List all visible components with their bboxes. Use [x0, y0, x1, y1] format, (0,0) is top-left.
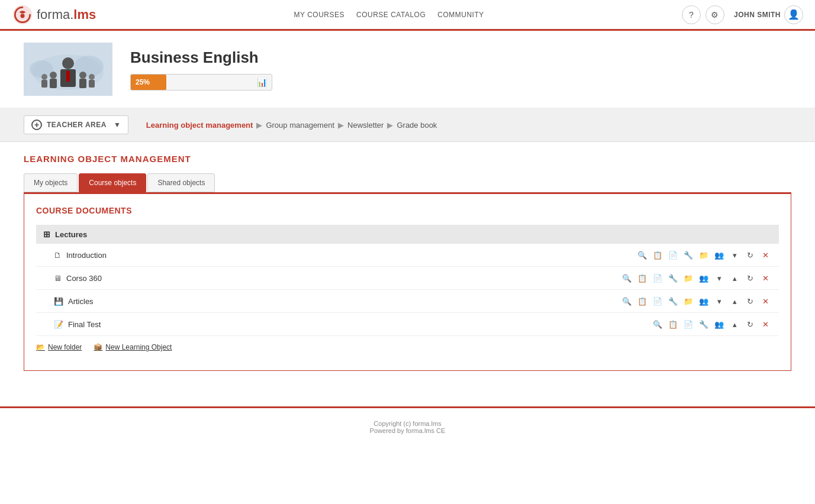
action-settings-3[interactable]: 🔧 — [666, 295, 679, 308]
svg-point-4 — [30, 60, 53, 78]
user-name: JOHN SMITH — [734, 11, 781, 19]
object-label-corso360: Corso 360 — [66, 274, 102, 283]
action-refresh-3[interactable]: ↻ — [743, 295, 756, 308]
tabs: My objects Course objects Shared objects — [24, 173, 791, 192]
action-users-3[interactable]: 👥 — [697, 295, 710, 308]
teacher-area-label: TEACHER AREA — [47, 121, 107, 129]
action-refresh-2[interactable]: ↻ — [743, 272, 756, 285]
progress-label: 25% — [136, 78, 150, 86]
action-settings-4[interactable]: 🔧 — [697, 318, 710, 331]
action-preview-4[interactable]: 🔍 — [651, 318, 664, 331]
action-page[interactable]: 📄 — [666, 248, 679, 261]
object-row-corso360: 🖥 Corso 360 🔍 📋 📄 🔧 📁 👥 ▾ ▴ ↻ ✕ — [36, 267, 779, 290]
action-export-3[interactable]: 📁 — [682, 295, 695, 308]
action-more-2[interactable]: ▾ — [713, 272, 726, 285]
action-export[interactable]: 📁 — [697, 248, 710, 261]
tab-my-objects[interactable]: My objects — [24, 173, 78, 192]
action-users-4[interactable]: 👥 — [713, 318, 726, 331]
tab-shared-objects[interactable]: Shared objects — [147, 173, 215, 192]
new-learning-object-label: New Learning Object — [105, 343, 172, 351]
folder-row[interactable]: ⊞ Lectures — [36, 225, 779, 244]
object-actions-corso360: 🔍 📋 📄 🔧 📁 👥 ▾ ▴ ↻ ✕ — [620, 272, 772, 285]
tab-course-objects[interactable]: Course objects — [79, 173, 146, 192]
object-name-introduction: 🗋 Introduction — [54, 251, 636, 260]
chevron-down-icon: ▼ — [114, 121, 121, 129]
nav-my-courses[interactable]: MY COURSES — [294, 11, 344, 19]
action-refresh-4[interactable]: ↻ — [743, 318, 756, 331]
breadcrumb: Learning object management ▶ Group manag… — [146, 121, 437, 130]
action-delete-2[interactable]: ✕ — [759, 272, 772, 285]
svg-rect-12 — [79, 79, 86, 88]
action-copy-4[interactable]: 📋 — [666, 318, 679, 331]
course-title: Business English — [130, 49, 272, 67]
action-users-2[interactable]: 👥 — [697, 272, 710, 285]
object-row-final-test: 📝 Final Test 🔍 📋 📄 🔧 👥 ▴ ↻ ✕ — [36, 313, 779, 335]
teacher-bar: + TEACHER AREA ▼ Learning object managem… — [0, 108, 815, 142]
object-name-final-test: 📝 Final Test — [54, 320, 651, 329]
action-more-3[interactable]: ▾ — [713, 295, 726, 308]
teacher-area-button[interactable]: + TEACHER AREA ▼ — [24, 115, 128, 134]
new-folder-icon: 📂 — [36, 343, 45, 351]
action-copy-2[interactable]: 📋 — [636, 272, 649, 285]
logo[interactable]: forma.lms — [12, 4, 96, 25]
action-more[interactable]: ▾ — [728, 248, 741, 261]
user-avatar[interactable]: 👤 — [784, 5, 803, 24]
breadcrumb-active-item[interactable]: Learning object management — [146, 121, 253, 130]
new-learning-object-link[interactable]: 📦 New Learning Object — [94, 343, 172, 351]
action-page-4[interactable]: 📄 — [682, 318, 695, 331]
action-users[interactable]: 👥 — [713, 248, 726, 261]
quiz-icon: 📝 — [54, 320, 63, 329]
action-preview-2[interactable]: 🔍 — [620, 272, 633, 285]
action-export-2[interactable]: 📁 — [682, 272, 695, 285]
action-settings-2[interactable]: 🔧 — [666, 272, 679, 285]
action-page-3[interactable]: 📄 — [651, 295, 664, 308]
action-preview-3[interactable]: 🔍 — [620, 295, 633, 308]
action-up-3[interactable]: ▴ — [728, 295, 741, 308]
object-name-articles: 💾 Articles — [54, 297, 620, 306]
action-delete-4[interactable]: ✕ — [759, 318, 772, 331]
progress-fill: 25% — [131, 75, 166, 90]
object-label-final-test: Final Test — [68, 320, 101, 329]
course-docs-title: COURSE DOCUMENTS — [36, 206, 779, 215]
breadcrumb-newsletter[interactable]: Newsletter — [347, 121, 384, 130]
object-row-introduction: 🗋 Introduction 🔍 📋 📄 🔧 📁 👥 ▾ ↻ ✕ — [36, 244, 779, 267]
action-page-2[interactable]: 📄 — [651, 272, 664, 285]
nav-community[interactable]: COMMUNITY — [437, 11, 484, 19]
action-preview[interactable]: 🔍 — [636, 248, 649, 261]
nav-course-catalog[interactable]: COURSE CATALOG — [356, 11, 426, 19]
chart-icon: 📊 — [257, 77, 267, 87]
new-folder-link[interactable]: 📂 New folder — [36, 343, 82, 351]
logo-icon — [12, 4, 33, 25]
header: forma.lms MY COURSES COURSE CATALOG COMM… — [0, 0, 815, 31]
page-footer: Copyright (c) forma.lms Powered by forma… — [0, 406, 815, 446]
action-refresh[interactable]: ↻ — [743, 248, 756, 261]
object-row-articles: 💾 Articles 🔍 📋 📄 🔧 📁 👥 ▾ ▴ ↻ ✕ — [36, 290, 779, 313]
action-copy-3[interactable]: 📋 — [636, 295, 649, 308]
new-folder-label: New folder — [48, 343, 82, 351]
save-icon: 💾 — [54, 297, 63, 306]
svg-point-6 — [62, 57, 74, 69]
help-icon[interactable]: ? — [682, 5, 701, 24]
svg-point-13 — [41, 74, 47, 80]
breadcrumb-group-management[interactable]: Group management — [266, 121, 334, 130]
svg-rect-8 — [66, 71, 70, 82]
action-delete[interactable]: ✕ — [759, 248, 772, 261]
user-area[interactable]: JOHN SMITH 👤 — [734, 5, 803, 24]
action-up-2[interactable]: ▴ — [728, 272, 741, 285]
action-up-4[interactable]: ▴ — [728, 318, 741, 331]
folder-grid-icon: ⊞ — [43, 230, 50, 239]
settings-icon[interactable]: ⚙ — [706, 5, 724, 24]
action-delete-3[interactable]: ✕ — [759, 295, 772, 308]
action-copy[interactable]: 📋 — [651, 248, 664, 261]
object-actions-final-test: 🔍 📋 📄 🔧 👥 ▴ ↻ ✕ — [651, 318, 772, 331]
action-settings[interactable]: 🔧 — [682, 248, 695, 261]
course-thumbnail — [24, 43, 112, 96]
svg-point-5 — [74, 56, 104, 77]
header-icons: ? ⚙ JOHN SMITH 👤 — [682, 5, 803, 24]
course-hero: Business English 25% 📊 — [0, 31, 815, 108]
course-info: Business English 25% 📊 — [130, 49, 272, 91]
svg-point-11 — [79, 72, 86, 79]
object-actions-introduction: 🔍 📋 📄 🔧 📁 👥 ▾ ↻ ✕ — [636, 248, 772, 261]
main-content: LEARNING OBJECT MANAGEMENT My objects Co… — [0, 142, 815, 383]
breadcrumb-grade-book[interactable]: Grade book — [397, 121, 437, 130]
